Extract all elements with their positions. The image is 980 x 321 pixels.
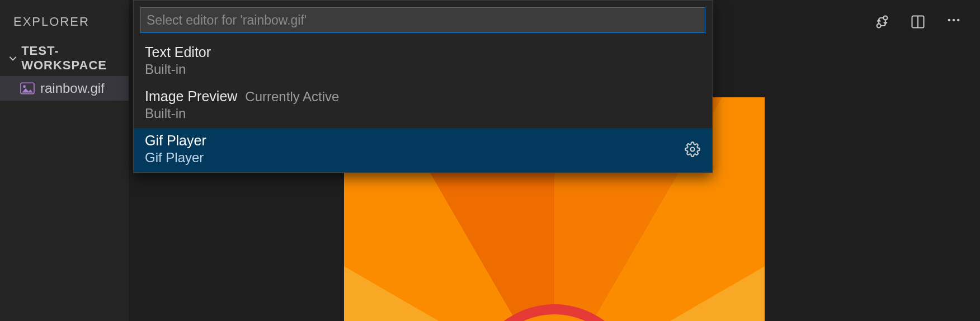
picker-option-desc: Gif Player bbox=[145, 150, 214, 166]
editor-area: Text Editor Built-in Image Preview Curre… bbox=[129, 0, 980, 321]
editor-picker-list: Text Editor Built-in Image Preview Curre… bbox=[134, 33, 712, 172]
picker-option-label: Image Preview bbox=[145, 88, 237, 105]
workspace-name: TEST-WORKSPACE bbox=[21, 44, 123, 73]
svg-point-7 bbox=[953, 19, 955, 22]
gear-icon[interactable] bbox=[684, 141, 701, 158]
file-item-label: rainbow.gif bbox=[40, 81, 105, 96]
more-icon[interactable] bbox=[945, 13, 962, 30]
image-file-icon bbox=[20, 82, 35, 95]
explorer-sidebar: EXPLORER TEST-WORKSPACE rainbow.gif bbox=[0, 0, 129, 321]
editor-picker: Text Editor Built-in Image Preview Curre… bbox=[133, 0, 713, 173]
picker-option-image-preview[interactable]: Image Preview Currently Active Built-in bbox=[134, 84, 712, 128]
picker-option-label: Text Editor bbox=[145, 44, 211, 60]
picker-option-desc: Built-in bbox=[145, 106, 339, 121]
workspace-section-header[interactable]: TEST-WORKSPACE bbox=[0, 44, 129, 76]
chevron-down-icon bbox=[8, 52, 18, 64]
picker-option-hint: Currently Active bbox=[245, 89, 339, 105]
picker-option-gif-player[interactable]: Gif Player Gif Player bbox=[134, 128, 712, 172]
svg-point-18 bbox=[691, 147, 695, 151]
svg-point-1 bbox=[23, 85, 26, 88]
explorer-title: EXPLORER bbox=[0, 0, 129, 44]
svg-point-8 bbox=[957, 19, 960, 22]
picker-option-text-editor[interactable]: Text Editor Built-in bbox=[134, 40, 712, 84]
titlebar-actions bbox=[874, 0, 980, 44]
svg-point-6 bbox=[948, 19, 951, 22]
source-control-compare-icon[interactable] bbox=[874, 13, 891, 30]
svg-point-2 bbox=[877, 24, 881, 28]
picker-option-label: Gif Player bbox=[145, 133, 206, 149]
svg-point-3 bbox=[883, 16, 887, 20]
editor-picker-input[interactable] bbox=[140, 7, 705, 33]
split-editor-icon[interactable] bbox=[910, 13, 926, 30]
file-item-rainbow[interactable]: rainbow.gif bbox=[0, 76, 129, 101]
picker-option-desc: Built-in bbox=[145, 62, 219, 77]
